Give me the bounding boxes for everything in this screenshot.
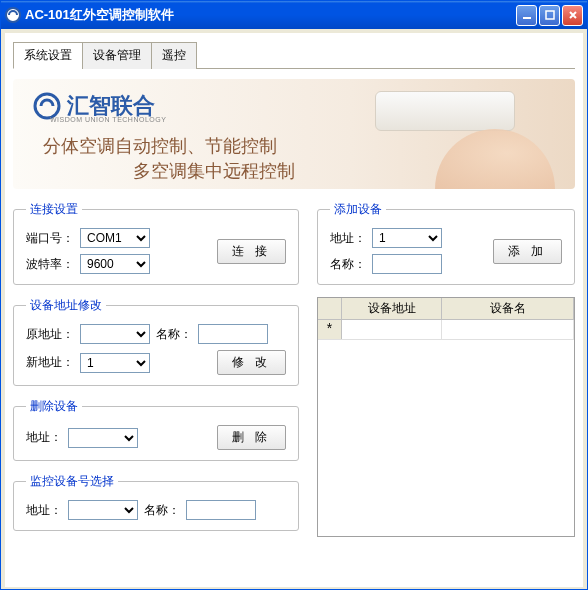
modify-name-label: 名称： <box>156 326 192 343</box>
add-addr-label: 地址： <box>330 230 366 247</box>
baud-label: 波特率： <box>26 256 74 273</box>
app-icon <box>5 7 21 23</box>
hand-image <box>435 129 555 189</box>
close-button[interactable] <box>562 5 583 26</box>
modify-address-group: 设备地址修改 原地址： 名称： 新地址： 1 修 改 <box>13 297 299 386</box>
monitor-name-input[interactable] <box>186 500 256 520</box>
baud-select[interactable]: 9600 <box>80 254 150 274</box>
maximize-button[interactable] <box>539 5 560 26</box>
banner-slogan-2: 多空调集中远程控制 <box>133 159 295 183</box>
tab-bar: 系统设置 设备管理 遥控 <box>13 41 575 69</box>
add-button[interactable]: 添 加 <box>493 239 562 264</box>
old-addr-label: 原地址： <box>26 326 74 343</box>
svg-rect-2 <box>546 11 554 19</box>
delete-device-legend: 删除设备 <box>26 398 82 415</box>
delete-button[interactable]: 删 除 <box>217 425 286 450</box>
modify-address-legend: 设备地址修改 <box>26 297 106 314</box>
new-addr-label: 新地址： <box>26 354 74 371</box>
col-header-name[interactable]: 设备名 <box>442 298 574 319</box>
banner: 汇智联合 WISDOM UNION TECHNOLOGY 分体空调自动控制、节能… <box>13 79 575 189</box>
row-marker: * <box>318 320 342 339</box>
window-controls <box>516 5 583 26</box>
cell-name[interactable] <box>442 320 574 339</box>
add-device-legend: 添加设备 <box>330 201 386 218</box>
new-addr-select[interactable]: 1 <box>80 353 150 373</box>
minimize-button[interactable] <box>516 5 537 26</box>
monitor-name-label: 名称： <box>144 502 180 519</box>
modify-name-input[interactable] <box>198 324 268 344</box>
app-window: AC-101红外空调控制软件 系统设置 设备管理 遥控 汇智联合 <box>0 0 588 590</box>
old-addr-select[interactable] <box>80 324 150 344</box>
right-column: 添加设备 地址： 1 名称： 添 加 <box>317 201 575 543</box>
delete-device-group: 删除设备 地址： 删 除 <box>13 398 299 461</box>
svg-point-3 <box>35 94 59 118</box>
delete-addr-select[interactable] <box>68 428 138 448</box>
grid-corner <box>318 298 342 319</box>
modify-button[interactable]: 修 改 <box>217 350 286 375</box>
titlebar[interactable]: AC-101红外空调控制软件 <box>1 1 587 29</box>
svg-rect-1 <box>523 17 531 19</box>
monitor-select-group: 监控设备号选择 地址： 名称： <box>13 473 299 531</box>
client-area: 系统设置 设备管理 遥控 汇智联合 WISDOM UNION TECHNOLOG… <box>5 33 583 587</box>
window-title: AC-101红外空调控制软件 <box>25 6 516 24</box>
port-label: 端口号： <box>26 230 74 247</box>
add-addr-select[interactable]: 1 <box>372 228 442 248</box>
monitor-select-legend: 监控设备号选择 <box>26 473 118 490</box>
tab-device-management[interactable]: 设备管理 <box>82 42 152 69</box>
add-device-group: 添加设备 地址： 1 名称： 添 加 <box>317 201 575 285</box>
table-row[interactable]: * <box>318 320 574 340</box>
connect-button[interactable]: 连 接 <box>217 239 286 264</box>
connection-group: 连接设置 端口号： COM1 波特率： 9600 连 <box>13 201 299 285</box>
ac-unit-image <box>375 91 515 131</box>
monitor-addr-select[interactable] <box>68 500 138 520</box>
content-row: 连接设置 端口号： COM1 波特率： 9600 连 <box>13 201 575 543</box>
tab-system-settings[interactable]: 系统设置 <box>13 42 83 69</box>
banner-slogan-1: 分体空调自动控制、节能控制 <box>43 134 277 158</box>
left-column: 连接设置 端口号： COM1 波特率： 9600 连 <box>13 201 299 543</box>
grid-header: 设备地址 设备名 <box>318 298 574 320</box>
connection-legend: 连接设置 <box>26 201 82 218</box>
tab-remote[interactable]: 遥控 <box>151 42 197 69</box>
port-select[interactable]: COM1 <box>80 228 150 248</box>
col-header-address[interactable]: 设备地址 <box>342 298 442 319</box>
add-name-label: 名称： <box>330 256 366 273</box>
delete-addr-label: 地址： <box>26 429 62 446</box>
device-grid[interactable]: 设备地址 设备名 * <box>317 297 575 537</box>
monitor-addr-label: 地址： <box>26 502 62 519</box>
cell-address[interactable] <box>342 320 442 339</box>
logo-subtext: WISDOM UNION TECHNOLOGY <box>50 116 166 123</box>
add-name-input[interactable] <box>372 254 442 274</box>
